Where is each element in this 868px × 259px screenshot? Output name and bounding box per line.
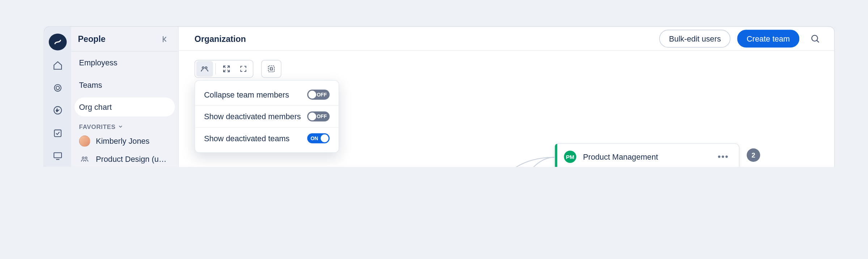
toggle-switch[interactable]: OFF xyxy=(307,90,329,100)
toggle-switch[interactable]: ON xyxy=(307,133,329,143)
favorite-kimberly-jones[interactable]: Kimberly Jones xyxy=(71,132,178,150)
bulk-edit-button[interactable]: Bulk-edit users xyxy=(659,30,730,48)
favorite-product-design[interactable]: Product Design (u… xyxy=(71,150,178,167)
fullscreen-button[interactable] xyxy=(235,61,252,77)
monitor-icon[interactable] xyxy=(50,148,65,163)
view-toolbar xyxy=(195,60,281,78)
toggle-show-deactivated-teams[interactable]: Show deactivated teams ON xyxy=(195,128,339,149)
avatar-icon xyxy=(79,135,90,147)
sidebar-title: People xyxy=(78,34,105,44)
chevron-down-icon xyxy=(118,124,124,130)
app-logo[interactable] xyxy=(49,34,67,50)
team-card-product-management[interactable]: PM Product Management ••• Angel Gouse xyxy=(554,143,740,167)
home-icon[interactable] xyxy=(50,58,65,73)
svg-rect-20 xyxy=(268,66,275,72)
svg-point-0 xyxy=(54,85,61,91)
svg-rect-21 xyxy=(270,68,272,70)
svg-point-1 xyxy=(56,86,59,90)
team-name: Product Management xyxy=(583,152,658,161)
create-team-button[interactable]: Create team xyxy=(737,30,799,48)
view-options-dropdown: Collapse team members OFF Show deactivat… xyxy=(195,80,339,153)
toggle-show-deactivated-members[interactable]: Show deactivated members OFF xyxy=(195,106,339,127)
svg-point-18 xyxy=(202,67,204,69)
sidebar: People Employess Teams Org chart FAVORIT… xyxy=(71,27,179,167)
team-icon xyxy=(79,154,90,165)
favorites-header[interactable]: FAVORITES xyxy=(71,118,178,132)
layout-button[interactable] xyxy=(263,61,280,77)
zoom-fit-button[interactable] xyxy=(218,61,235,77)
icon-rail xyxy=(44,27,71,167)
nav-teams[interactable]: Teams xyxy=(71,74,178,96)
view-options-button[interactable] xyxy=(196,61,213,77)
toggle-switch[interactable]: OFF xyxy=(307,111,329,121)
svg-point-19 xyxy=(205,67,207,69)
nav-org-chart[interactable]: Org chart xyxy=(75,98,175,117)
child-count-badge[interactable]: 2 xyxy=(747,148,760,162)
collapse-sidebar-icon[interactable] xyxy=(159,33,171,45)
more-icon[interactable]: ••• xyxy=(715,150,731,164)
team-badge: PM xyxy=(564,151,576,163)
org-chart-canvas[interactable]: Collapse team members OFF Show deactivat… xyxy=(179,51,834,167)
search-icon[interactable] xyxy=(806,30,824,48)
toggle-collapse-members[interactable]: Collapse team members OFF xyxy=(195,84,339,105)
rocket-icon[interactable] xyxy=(50,103,65,118)
svg-point-9 xyxy=(82,157,84,159)
topbar: Organization Bulk-edit users Create team xyxy=(179,27,834,51)
target-icon[interactable] xyxy=(50,81,65,95)
checkbox-icon[interactable] xyxy=(50,126,65,141)
svg-point-17 xyxy=(812,35,817,41)
nav-employees[interactable]: Employess xyxy=(71,52,178,74)
svg-rect-4 xyxy=(54,152,61,157)
page-title: Organization xyxy=(195,34,246,43)
svg-rect-3 xyxy=(54,130,61,137)
svg-point-10 xyxy=(85,157,87,159)
